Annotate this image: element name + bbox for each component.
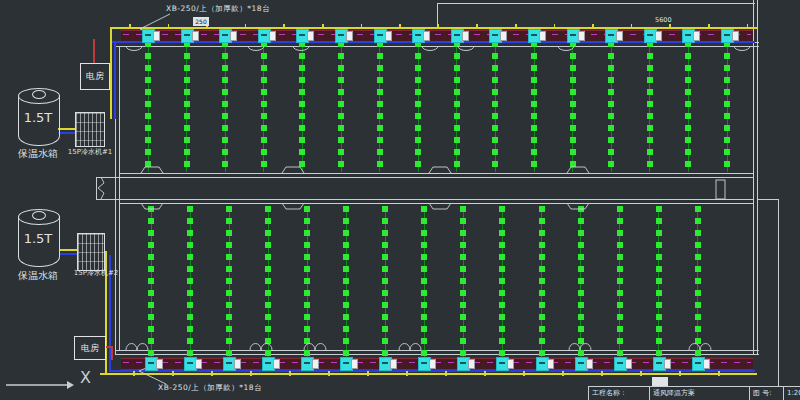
dim-tick [476,24,478,29]
fan-vane-icon [377,34,383,36]
fan-vane-icon [539,362,545,364]
titleblock-project-label: 工程名称 : [589,387,650,400]
pipe-yellow-riser-top [110,27,112,119]
pipe-yellow-tank2 [60,249,78,251]
duct-diffusers [343,206,349,358]
duct-diffusers [460,206,466,358]
dim-tick [283,24,285,29]
fan-vane-icon [617,362,623,364]
fan-flap-icon [507,359,514,369]
annotation-overlay [0,0,800,400]
dim-tick [211,371,213,376]
power-wire-bottom-v [111,346,113,360]
fan-flap-icon [385,31,392,41]
pipe-yellow-bottom [100,373,757,375]
fan-unit [614,357,627,371]
fan-unit [692,357,705,371]
dim-tick [484,371,486,376]
duct-diffusers [578,206,584,358]
wall-top-inner [115,46,759,47]
cad-canvas[interactable]: 1.5T 保温水箱 15P冷水机#1 电房 1.5T 保温水箱 15P冷水机#2… [0,0,800,400]
fan-flap-icon [423,31,430,41]
axis-x-arrowhead [67,381,74,389]
dim-tick [592,24,594,29]
dim-tick [679,371,681,376]
fan-flap-icon [269,31,276,41]
chiller2-label: 15P冷水机#2 [64,268,128,278]
fan-flap-icon [195,359,202,369]
dim-tick [367,371,369,376]
fan-vane-icon [454,34,460,36]
power-room-bottom: 电房 [74,336,106,360]
dim-tick [515,24,517,29]
dim-tick [399,24,401,29]
wall-bottom-inner [115,350,759,351]
fan-unit [644,29,657,43]
fan-vane-icon [647,34,653,36]
fan-unit [301,357,314,371]
fan-flap-icon [586,359,593,369]
fan-flap-icon [192,31,199,41]
duct-diffusers [499,206,505,358]
duct-diffusers [647,41,653,172]
dim-tick [328,371,330,376]
dim-tick [133,371,135,376]
fan-vane-icon [265,362,271,364]
pipe-blue-tank2 [60,253,78,255]
power-wire-top [93,39,95,65]
wall-right-outer [757,0,758,355]
fan-vane-icon [499,362,505,364]
fan-unit [653,357,666,371]
dim-tick [245,24,247,29]
fan-unit [451,29,464,43]
fan-unit [262,357,275,371]
duct-diffusers [608,41,614,172]
title-block: 工程名称 : 通风降温方案 图 号: 1:200.50 [588,386,800,400]
fan-unit [379,357,392,371]
duct-diffusers [377,41,383,172]
fan-vane-icon [343,362,349,364]
fan-vane-icon [184,34,190,36]
fan-vane-icon [222,34,228,36]
fan-flap-icon [312,359,319,369]
pipe-blue-top [110,41,755,43]
duct-diffusers [338,41,344,172]
bottom-duct-label: XB-250/上（加厚款）*18台 [158,383,262,393]
duct-diffusers [617,206,623,358]
fan-flap-icon [468,359,475,369]
chiller1-label: 15P冷水机#1 [58,147,122,157]
fan-flap-icon [664,359,671,369]
fan-unit [682,29,695,43]
duct-diffusers [299,41,305,172]
fan-flap-icon [732,31,739,41]
wall-bottom-outer [115,354,759,355]
dim-tick [554,24,556,29]
fan-flap-icon [390,359,397,369]
dim-tick [562,371,564,376]
fan-unit [184,357,197,371]
duct-diffusers [454,41,460,172]
duct-size-tag: 250 [193,17,209,26]
pipe-blue-tank1 [58,132,76,134]
fan-unit [528,29,541,43]
fan-flap-icon [539,31,546,41]
fan-unit [496,357,509,371]
dim-tick [631,24,633,29]
dim-tick [747,24,749,29]
dim-5600-label: 5600 [655,16,672,24]
vestibule-cap [96,177,97,200]
fan-unit [567,29,580,43]
duct-diffusers [685,41,691,172]
dim-tick [129,24,131,29]
fan-vane-icon [187,362,193,364]
fan-vane-icon [338,34,344,36]
fan-flap-icon [234,359,241,369]
fan-vane-icon [570,34,576,36]
duct-diffusers [145,41,151,172]
fan-unit [536,357,549,371]
dim-tick [406,371,408,376]
titleblock-notch [652,377,668,386]
fan-unit [605,29,618,43]
fan-vane-icon [460,362,466,364]
duct-diffusers [148,206,154,358]
